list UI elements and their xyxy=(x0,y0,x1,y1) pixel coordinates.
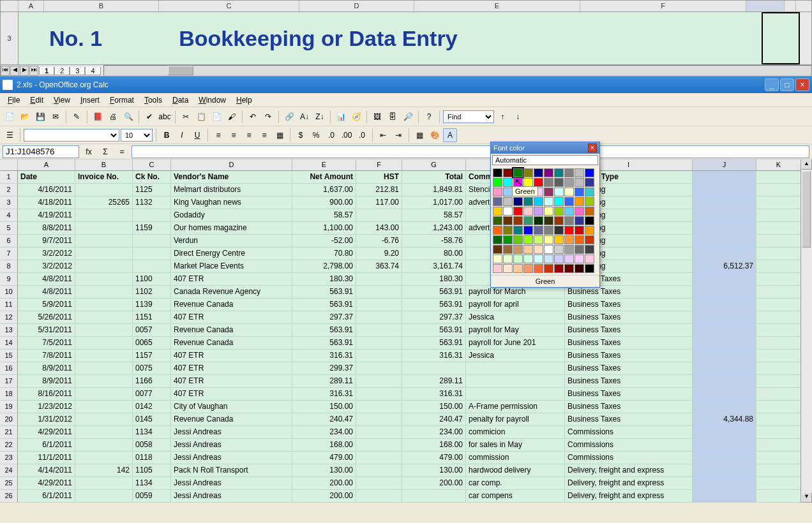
color-swatch[interactable] xyxy=(513,226,523,235)
cell[interactable] xyxy=(356,401,402,413)
cell[interactable]: 563.91 xyxy=(402,337,466,349)
color-swatch[interactable] xyxy=(503,178,513,187)
header-cell[interactable]: Invoice No. xyxy=(75,171,133,183)
cell[interactable]: 9.20 xyxy=(356,247,402,260)
cut-icon[interactable]: ✂ xyxy=(179,110,193,124)
cell[interactable] xyxy=(693,375,756,387)
cell[interactable]: 1132 xyxy=(133,196,171,209)
cell[interactable] xyxy=(756,209,801,221)
redo-icon[interactable]: ↷ xyxy=(261,110,275,124)
auto-spellcheck-icon[interactable]: abc xyxy=(158,110,172,124)
color-swatch[interactable] xyxy=(544,264,553,273)
cell[interactable] xyxy=(75,350,133,362)
cell[interactable] xyxy=(756,324,801,336)
color-swatch[interactable] xyxy=(554,197,564,206)
cell[interactable]: Jessi Andreas xyxy=(171,477,292,489)
cell[interactable] xyxy=(356,490,402,502)
cell[interactable] xyxy=(356,209,402,221)
cell[interactable]: 4,344.88 xyxy=(693,413,756,425)
cell[interactable]: Revenue Canada xyxy=(171,324,292,336)
cell[interactable] xyxy=(75,490,133,502)
cell[interactable]: Commissions xyxy=(565,439,693,451)
align-left-icon[interactable]: ≡ xyxy=(211,128,225,142)
cell[interactable]: King Vaughan news xyxy=(171,196,292,209)
color-swatch[interactable] xyxy=(575,254,584,263)
row-header[interactable]: 6 xyxy=(0,235,18,247)
cell[interactable] xyxy=(356,324,402,336)
font-name-combo[interactable] xyxy=(24,129,119,142)
header-cell[interactable]: Total xyxy=(402,171,466,183)
cell[interactable]: 479.00 xyxy=(292,452,356,464)
cell[interactable] xyxy=(756,426,801,438)
cell[interactable]: 563.91 xyxy=(292,286,356,298)
color-swatch[interactable] xyxy=(544,188,553,196)
color-swatch[interactable] xyxy=(503,197,513,206)
cell[interactable] xyxy=(75,439,133,451)
cell[interactable] xyxy=(693,452,756,464)
cell[interactable]: 7/5/2011 xyxy=(18,337,75,349)
color-swatch[interactable] xyxy=(575,226,584,235)
zoom-icon[interactable]: 🔎 xyxy=(401,110,415,124)
cell[interactable]: Jessi Andreas xyxy=(171,490,292,502)
cell[interactable] xyxy=(133,247,171,260)
cell[interactable]: 180.30 xyxy=(402,273,466,285)
cell[interactable]: Business Taxes xyxy=(565,375,693,387)
cell[interactable]: 5/26/2011 xyxy=(18,311,75,323)
cell[interactable]: 4/8/2011 xyxy=(18,286,75,298)
cell[interactable]: Jessica xyxy=(466,350,565,362)
cell[interactable]: 7/8/2011 xyxy=(18,350,75,362)
save-icon[interactable]: 💾 xyxy=(33,110,47,124)
cell[interactable]: Verdun xyxy=(171,235,292,247)
cell[interactable] xyxy=(466,388,565,400)
cell[interactable]: penalty for payroll xyxy=(466,413,565,425)
color-swatch[interactable] xyxy=(513,207,523,216)
cell[interactable] xyxy=(756,273,801,285)
row-header[interactable]: 17 xyxy=(0,375,18,387)
function-wizard-icon[interactable]: fx xyxy=(82,145,96,159)
picker-close-icon[interactable]: × xyxy=(588,144,597,152)
cell[interactable] xyxy=(756,235,801,247)
color-swatch[interactable] xyxy=(493,264,502,273)
cell[interactable]: 0142 xyxy=(133,401,171,413)
cell[interactable] xyxy=(693,324,756,336)
cell[interactable]: 234.00 xyxy=(292,426,356,438)
cell[interactable] xyxy=(75,311,133,323)
cell[interactable] xyxy=(356,337,402,349)
banner-cell[interactable]: No. 1 Bookkeeping or Data Entry xyxy=(19,12,762,64)
cell[interactable]: Commissions xyxy=(565,426,693,438)
color-swatch[interactable] xyxy=(585,235,594,244)
header-cell[interactable] xyxy=(756,171,801,183)
cell[interactable]: Direct Energy Centre xyxy=(171,247,292,260)
color-swatch[interactable] xyxy=(554,207,564,216)
chart-icon[interactable]: 📊 xyxy=(334,110,348,124)
cell[interactable]: 70.80 xyxy=(292,247,356,260)
color-swatch[interactable] xyxy=(503,264,513,273)
cell[interactable]: Delivery, freight and express xyxy=(565,477,693,489)
color-swatch[interactable] xyxy=(534,254,543,263)
increase-indent-icon[interactable]: ⇥ xyxy=(391,128,405,142)
color-swatch[interactable] xyxy=(534,264,543,273)
cell[interactable]: 316.31 xyxy=(402,350,466,362)
cell[interactable] xyxy=(756,286,801,298)
cell[interactable]: 316.31 xyxy=(402,388,466,400)
cell[interactable]: Business Taxes xyxy=(565,362,693,374)
menu-view[interactable]: View xyxy=(49,94,75,106)
cell[interactable]: 563.91 xyxy=(292,337,356,349)
cell[interactable]: 200.00 xyxy=(292,490,356,502)
export-pdf-icon[interactable]: 📕 xyxy=(91,110,105,124)
color-swatch[interactable] xyxy=(534,207,543,216)
cell[interactable] xyxy=(756,401,801,413)
borders-icon[interactable]: ▦ xyxy=(412,128,426,142)
cell[interactable]: 8/9/2011 xyxy=(18,375,75,387)
cell[interactable] xyxy=(75,452,133,464)
cell[interactable]: Canada Revenue Agency xyxy=(171,286,292,298)
color-swatch[interactable] xyxy=(523,254,533,263)
cell[interactable]: 363.74 xyxy=(356,260,402,272)
color-swatch[interactable] xyxy=(585,226,594,235)
cell[interactable] xyxy=(693,401,756,413)
cell[interactable]: Our homes magazine xyxy=(171,222,292,234)
find-combo[interactable]: Find xyxy=(443,110,494,123)
cell[interactable] xyxy=(693,273,756,285)
cell[interactable]: Business Taxes xyxy=(565,350,693,362)
col-header[interactable]: C xyxy=(133,159,171,170)
